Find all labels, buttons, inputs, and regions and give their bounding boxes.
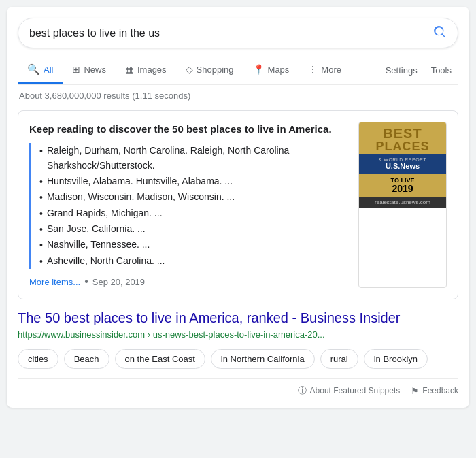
tab-more-label: More: [321, 65, 341, 75]
search-button[interactable]: [433, 25, 447, 41]
tab-images[interactable]: ▦ Images: [116, 57, 176, 84]
tab-more[interactable]: ⋮ More: [299, 57, 351, 84]
result-url: https://www.businessinsider.com › us-new…: [18, 329, 458, 340]
chip-east-coast[interactable]: on the East Coast: [115, 349, 205, 369]
badge-bottom: TO LIVE 2019: [359, 174, 446, 197]
result-footer: ⓘ About Featured Snippets ⚑ Feedback: [18, 378, 458, 397]
feedback-label: Feedback: [422, 386, 458, 395]
snippet-meta: More items... • Sep 20, 2019: [29, 276, 349, 288]
tab-maps[interactable]: 📍 Maps: [243, 57, 299, 84]
list-item: Nashville, Tennessee. ...: [39, 237, 349, 252]
result-link-container: The 50 best places to live in America, r…: [18, 309, 458, 340]
news-icon: ⊞: [72, 64, 80, 75]
list-item: San Jose, California. ...: [39, 221, 349, 237]
search-bar: [18, 18, 458, 48]
list-item: Madison, Wisconsin. Madison, Wisconsin. …: [39, 189, 349, 205]
list-item: Asheville, North Carolina. ...: [39, 253, 349, 269]
search-input[interactable]: [29, 27, 433, 39]
tab-news-label: News: [84, 65, 106, 75]
badge-world-report: & WORLD REPORT: [362, 157, 443, 162]
tab-shopping-label: Shopping: [197, 65, 234, 75]
tab-maps-label: Maps: [268, 65, 290, 75]
tab-shopping[interactable]: ◇ Shopping: [176, 57, 243, 84]
list-item: Huntsville, Alabama. Huntsville, Alabama…: [39, 174, 349, 189]
chip-brooklyn[interactable]: in Brooklyn: [364, 349, 428, 369]
snippets-label: About Featured Snippets: [310, 386, 401, 395]
feedback-button[interactable]: ⚑ Feedback: [411, 386, 458, 396]
images-icon: ▦: [125, 64, 134, 75]
snippet-content: Keep reading to discover the 50 best pla…: [29, 122, 349, 288]
badge-usnews-text: U.S.News: [362, 162, 443, 171]
search-icon: [433, 25, 447, 39]
maps-icon: 📍: [253, 64, 265, 75]
dot-separator: •: [84, 276, 88, 288]
list-item: Grand Rapids, Michigan. ...: [39, 206, 349, 221]
tab-all[interactable]: 🔍 All: [18, 56, 63, 84]
chip-northern-california[interactable]: in Northern California: [211, 349, 315, 369]
more-dots-icon: ⋮: [308, 64, 318, 75]
nav-tabs: 🔍 All ⊞ News ▦ Images ◇ Shopping 📍 Maps …: [18, 56, 458, 85]
snippet-date: Sep 20, 2019: [92, 277, 145, 287]
featured-snippets-info[interactable]: ⓘ About Featured Snippets: [298, 385, 401, 397]
all-icon: 🔍: [27, 63, 40, 76]
badge-top: BEST PLACES: [359, 122, 446, 154]
list-item: Raleigh, Durham, North Carolina. Raleigh…: [39, 143, 349, 174]
tab-images-label: Images: [137, 65, 167, 75]
badge-best-text: BEST: [362, 127, 443, 140]
badge-year: 2019: [362, 184, 443, 194]
filter-chips: cities Beach on the East Coast in Northe…: [18, 349, 458, 369]
page-container: 🔍 All ⊞ News ▦ Images ◇ Shopping 📍 Maps …: [7, 7, 469, 408]
tab-news[interactable]: ⊞ News: [63, 57, 116, 84]
tab-all-label: All: [44, 65, 53, 75]
chip-beach[interactable]: Beach: [64, 349, 109, 369]
info-icon: ⓘ: [298, 385, 307, 397]
settings-link[interactable]: Settings: [379, 59, 424, 82]
badge-site: realestate.usnews.com: [359, 197, 446, 208]
snippet-title: Keep reading to discover the 50 best pla…: [29, 122, 349, 136]
snippet-list: Raleigh, Durham, North Carolina. Raleigh…: [29, 143, 349, 269]
more-items-link[interactable]: More items...: [29, 277, 80, 287]
feedback-icon: ⚑: [411, 386, 419, 396]
chip-rural[interactable]: rural: [320, 349, 358, 369]
usnews-badge: BEST PLACES & WORLD REPORT U.S.News TO L…: [358, 122, 447, 288]
chip-cities[interactable]: cities: [18, 349, 58, 369]
results-count: About 3,680,000,000 results (1.11 second…: [18, 91, 458, 101]
featured-snippet: Keep reading to discover the 50 best pla…: [18, 110, 458, 299]
badge-places-text: PLACES: [362, 140, 443, 152]
shopping-icon: ◇: [186, 64, 193, 75]
badge-middle: & WORLD REPORT U.S.News: [359, 154, 446, 174]
tools-link[interactable]: Tools: [424, 59, 458, 82]
result-title-link[interactable]: The 50 best places to live in America, r…: [18, 309, 458, 327]
